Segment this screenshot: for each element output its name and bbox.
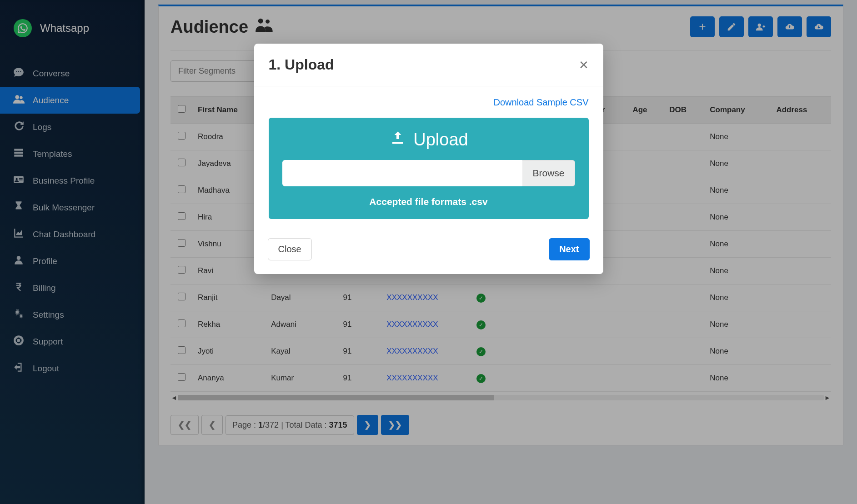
modal-close-button[interactable]: Close [268,238,312,260]
upload-note: Accepted file formats .csv [282,196,575,207]
upload-icon [389,130,407,150]
upload-modal: 1. Upload ✕ Download Sample CSV Upload B… [254,44,603,274]
modal-next-button[interactable]: Next [549,238,589,260]
browse-button[interactable]: Browse [522,160,575,186]
modal-title: 1. Upload [269,56,334,73]
modal-body: Download Sample CSV Upload Browse Accept… [254,86,603,230]
modal-header: 1. Upload ✕ [254,44,603,86]
modal-overlay[interactable]: 1. Upload ✕ Download Sample CSV Upload B… [0,0,857,504]
upload-box: Upload Browse Accepted file formats .csv [269,118,589,219]
upload-heading: Upload [282,130,575,150]
file-input-group: Browse [282,160,575,186]
download-sample-link[interactable]: Download Sample CSV [269,97,589,108]
file-path-input[interactable] [282,160,523,186]
close-icon[interactable]: ✕ [579,59,589,71]
modal-footer: Close Next [254,230,603,274]
